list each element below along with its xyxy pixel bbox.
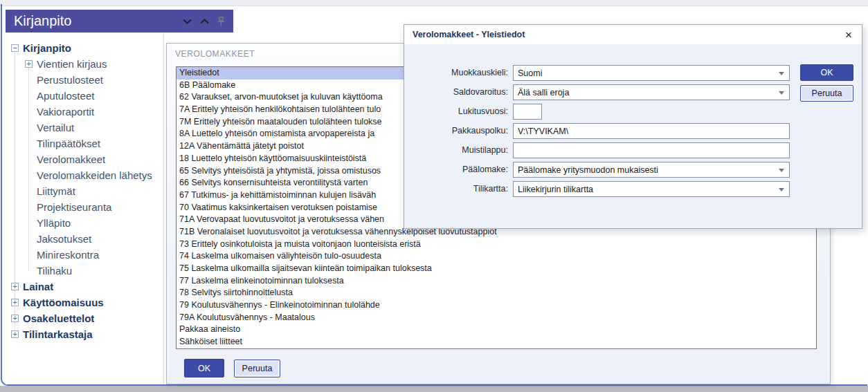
tree-item-tilintarkastaja[interactable]: +Tilintarkastaja	[6, 326, 163, 342]
field-row-saldovaroitus: Saldovaroitus: Älä salli eroja	[404, 84, 862, 100]
sidebar-title: Kirjanpito	[14, 13, 71, 29]
muokkauskieli-select[interactable]: Suomi	[513, 65, 790, 81]
tree-item-vakioraportit[interactable]: Vakioraportit	[6, 104, 163, 120]
lukitusvuosi-input[interactable]	[513, 104, 542, 120]
expand-icon[interactable]: +	[25, 60, 33, 68]
app-window: Kirjanpito −Kirjanpito +Vientien kirjaus…	[0, 0, 868, 392]
muistilappu-input[interactable]	[513, 142, 790, 158]
combo-value: Älä salli eroja	[518, 88, 569, 97]
expand-icon[interactable]: +	[11, 315, 19, 322]
tree-item-minireskontra[interactable]: Minireskontra	[6, 247, 163, 263]
chevron-up-icon[interactable]	[200, 19, 209, 24]
combo-value: Päälomake yritysmuodon mukaisesti	[518, 165, 658, 175]
sidebar-tree-panel: −Kirjanpito +Vientien kirjaus Perustulos…	[6, 35, 164, 384]
window-bottom-bar	[0, 386, 868, 392]
tree-item-yllapito[interactable]: Ylläpito	[6, 215, 163, 231]
tree-item-label[interactable]: Verolomakkeiden lähetys	[37, 169, 152, 181]
close-icon[interactable]: ×	[844, 29, 853, 41]
tree-item-label[interactable]: Vientien kirjaus	[37, 58, 107, 70]
list-item[interactable]: 79 Koulutusvähennys - Elinkeinotoiminnan…	[177, 299, 816, 312]
combo-value: Liikekirjurin tilikartta	[518, 185, 593, 194]
chevron-down-icon	[779, 169, 784, 172]
tree-item-aputulosteet[interactable]: Aputulosteet	[6, 88, 163, 104]
saldovaroitus-select[interactable]: Älä salli eroja	[513, 84, 790, 100]
ok-button[interactable]: OK	[800, 64, 853, 81]
field-row-lukitusvuosi: Lukitusvuosi:	[404, 104, 862, 120]
dialog-titlebar: Verolomakkeet - Yleistiedot ×	[404, 25, 862, 44]
tree-item-vientien-kirjaus[interactable]: +Vientien kirjaus	[6, 56, 163, 72]
ok-button[interactable]: OK	[184, 359, 224, 377]
tree-item-verolomakkeet[interactable]: Verolomakkeet	[6, 151, 163, 167]
tree-item-vertailut[interactable]: Vertailut	[6, 120, 163, 136]
field-label: Muokkauskieli:	[404, 65, 508, 81]
tree-item-kirjanpito[interactable]: −Kirjanpito	[6, 40, 163, 56]
tree-item-osakeluettelot[interactable]: +Osakeluettelot	[6, 310, 163, 326]
cancel-button[interactable]: Peruuta	[234, 360, 280, 377]
tree-item-label[interactable]: Perustulosteet	[37, 74, 103, 86]
tree-item-verolomakkeiden-lahetys[interactable]: Verolomakkeiden lähetys	[6, 167, 163, 183]
tree-item-label[interactable]: Liittymät	[37, 185, 75, 197]
expand-icon[interactable]: +	[11, 283, 19, 290]
list-item[interactable]: 78 Selvitys siirtohinnoittelusta	[177, 287, 816, 299]
window-top-strip	[0, 0, 868, 6]
tree-item-tilinpaatokset[interactable]: Tilinpäätökset	[6, 136, 163, 151]
yleistiedot-dialog: Verolomakkeet - Yleistiedot × Muokkauski…	[404, 24, 862, 229]
tree-item-label[interactable]: Projektiseuranta	[37, 201, 111, 213]
tree-item-label[interactable]: Tilintarkastaja	[23, 328, 93, 340]
sidebar-header: Kirjanpito	[6, 10, 233, 32]
dialog-title: Verolomakkeet - Yleistiedot	[413, 30, 525, 39]
combo-value: Suomi	[518, 68, 542, 78]
tree-item-kayttoomaisuus[interactable]: +Käyttöomaisuus	[6, 295, 163, 310]
tree-item-label[interactable]: Tilinpäätökset	[37, 138, 100, 149]
field-label: Pakkauspolku:	[404, 123, 508, 139]
tilikartta-select[interactable]: Liikekirjurin tilikartta	[513, 181, 790, 197]
paalomake-select[interactable]: Päälomake yritysmuodon mukaisesti	[513, 162, 790, 178]
expand-icon[interactable]: +	[11, 299, 19, 306]
list-item[interactable]: Sähköiset liitteet	[177, 336, 816, 348]
chevron-down-icon	[779, 188, 784, 192]
tree-item-liittymat[interactable]: Liittymät	[6, 183, 163, 199]
field-label: Tilikartta:	[404, 181, 508, 197]
field-row-paalomake: Päälomake: Päälomake yritysmuodon mukais…	[404, 162, 862, 178]
field-row-muokkauskieli: Muokkauskieli: Suomi	[404, 65, 862, 81]
chevron-down-icon	[779, 91, 784, 95]
pin-icon[interactable]	[217, 17, 225, 26]
cancel-button[interactable]: Peruuta	[800, 85, 853, 102]
verolomakkeet-dialog-title: VEROLOMAKKEET	[175, 49, 255, 59]
expand-icon[interactable]: +	[11, 330, 19, 338]
tree-item-label[interactable]: Aputulosteet	[37, 90, 94, 102]
tree-item-label[interactable]: Osakeluettelot	[23, 312, 94, 324]
tree-item-label[interactable]: Käyttöomaisuus	[23, 297, 104, 308]
tree-item-label[interactable]: Verolomakkeet	[37, 153, 105, 165]
tree-item-jaksotukset[interactable]: Jaksotukset	[6, 231, 163, 247]
tree-item-perustulosteet[interactable]: Perustulosteet	[6, 72, 163, 88]
chevron-down-icon[interactable]	[183, 19, 192, 24]
field-label: Saldovaroitus:	[404, 84, 508, 100]
list-item[interactable]: 73 Erittely osinkotuloista ja muista voi…	[177, 239, 816, 251]
tree-item-label[interactable]: Kirjanpito	[23, 42, 71, 54]
field-label: Päälomake:	[404, 162, 508, 178]
list-item[interactable]: Pakkaa aineisto	[177, 324, 816, 336]
tree-item-label[interactable]: Tilihaku	[37, 265, 72, 277]
tree-item-label[interactable]: Vakioraportit	[37, 106, 94, 118]
list-item[interactable]: 75 Laskelma ulkomailla sijaitsevan kiint…	[177, 263, 816, 275]
tree-item-label[interactable]: Vertailut	[37, 122, 74, 133]
field-label: Muistilappu:	[404, 142, 508, 158]
tree-item-label[interactable]: Ylläpito	[37, 217, 71, 229]
tree-item-label[interactable]: Minireskontra	[37, 249, 99, 261]
pakkauspolku-input[interactable]	[513, 123, 790, 139]
field-row-muistilappu: Muistilappu:	[404, 142, 862, 158]
list-item[interactable]: 74 Laskelma ulkomaisen väliyhteisön tulo…	[177, 250, 816, 263]
tree-item-label[interactable]: Lainat	[23, 281, 53, 292]
list-item[interactable]: 77 Laskelma elinkeinotoiminnan tuloksest…	[177, 275, 816, 288]
field-row-tilikartta: Tilikartta: Liikekirjurin tilikartta	[404, 181, 862, 197]
field-label: Lukitusvuosi:	[404, 104, 508, 120]
tree-item-tilihaku[interactable]: Tilihaku	[6, 263, 163, 279]
field-row-pakkauspolku: Pakkauspolku:	[404, 123, 862, 139]
tree-item-label[interactable]: Jaksotukset	[37, 233, 91, 245]
tree-item-projektiseuranta[interactable]: Projektiseuranta	[6, 199, 163, 215]
tree-item-lainat[interactable]: +Lainat	[6, 279, 163, 295]
chevron-down-icon	[779, 72, 784, 75]
list-item[interactable]: 79A Koulutusvähennys - Maatalous	[177, 312, 816, 324]
collapse-icon[interactable]: −	[11, 44, 19, 52]
